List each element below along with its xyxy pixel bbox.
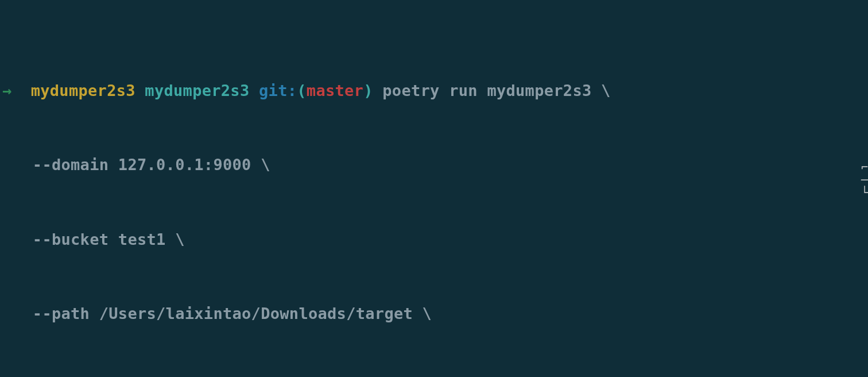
prompt-paren-open: ( [297, 82, 307, 99]
command-text-line-3: --path /Users/laixintao/Downloads/target… [2, 301, 862, 326]
prompt-arrow-icon: → [2, 82, 12, 99]
prompt-directory-primary: mydumper2s3 [31, 82, 135, 99]
tmux-indicator-icon: ⌐─└ [861, 161, 868, 199]
prompt-git-label: git: [259, 82, 297, 99]
command-text-line-0: poetry run mydumper2s3 \ [373, 82, 611, 99]
prompt-branch: master [307, 82, 363, 99]
prompt-directory-secondary: mydumper2s3 [145, 82, 249, 99]
command-text-line-2: --bucket test1 \ [2, 227, 862, 252]
prompt-paren-close: ) [363, 82, 373, 99]
terminal-window[interactable]: → mydumper2s3 mydumper2s3 git:(master) p… [0, 0, 868, 377]
prompt-line: → mydumper2s3 mydumper2s3 git:(master) p… [2, 53, 862, 102]
command-text-line-1: --domain 127.0.0.1:9000 \ [2, 152, 862, 177]
